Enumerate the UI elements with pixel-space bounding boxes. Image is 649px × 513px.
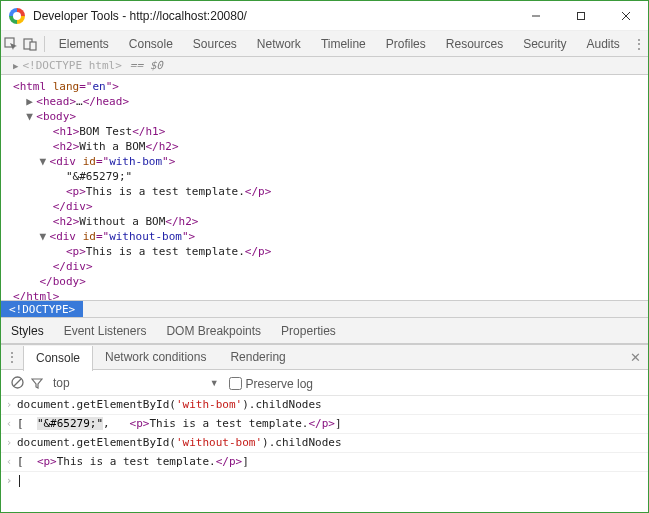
- subtab-styles[interactable]: Styles: [1, 318, 54, 343]
- tab-network[interactable]: Network: [247, 31, 311, 56]
- comma: ,: [103, 417, 130, 430]
- code-text: ).childNodes: [242, 398, 321, 411]
- more-icon[interactable]: ⋮: [630, 36, 648, 52]
- console-input[interactable]: [17, 473, 648, 489]
- node-path-bar: ▶ <!DOCTYPE html> == $0: [1, 57, 648, 75]
- preserve-log-label[interactable]: Preserve log: [229, 375, 313, 391]
- context-selector[interactable]: top: [53, 376, 70, 390]
- doctype-text: <!DOCTYPE html>: [22, 59, 121, 72]
- subtab-event-listeners[interactable]: Event Listeners: [54, 318, 157, 343]
- tab-sources[interactable]: Sources: [183, 31, 247, 56]
- devtools-toolbar: Elements Console Sources Network Timelin…: [1, 31, 648, 57]
- highlighted-text: "&#65279;": [37, 417, 103, 430]
- bracket: ]: [335, 417, 342, 430]
- panel-tabs: Elements Console Sources Network Timelin…: [49, 31, 630, 56]
- breadcrumb-strip: <!DOCTYPE>: [1, 300, 648, 318]
- input-marker-icon: ›: [1, 397, 17, 413]
- tab-audits[interactable]: Audits: [577, 31, 630, 56]
- bracket: [: [17, 455, 37, 468]
- code-text: document.getElementById(: [17, 398, 176, 411]
- drawer-header: ⋮ Console Network conditions Rendering ✕: [1, 344, 648, 370]
- bracket: ]: [242, 455, 249, 468]
- maximize-button[interactable]: [558, 1, 603, 30]
- sidebar-tabs: Styles Event Listeners DOM Breakpoints P…: [1, 318, 648, 344]
- dom-tree[interactable]: <html lang="en"> ▶<head>…</head> ▼<body>…: [1, 75, 648, 300]
- prompt-icon: ›: [1, 473, 17, 489]
- svg-line-8: [14, 379, 21, 386]
- svg-rect-6: [30, 42, 36, 50]
- result-tag: <p>: [37, 455, 57, 468]
- code-text: document.getElementById(: [17, 436, 176, 449]
- bracket: [: [17, 417, 37, 430]
- h2-text-2: Without a BOM: [79, 215, 165, 228]
- output-marker-icon: ‹: [1, 416, 17, 432]
- collapse-icon[interactable]: ▶: [13, 61, 18, 71]
- result-tag: </p>: [308, 417, 335, 430]
- clear-console-icon[interactable]: [7, 376, 27, 389]
- window-title: Developer Tools - http://localhost:20080…: [33, 9, 513, 23]
- minimize-button[interactable]: [513, 1, 558, 30]
- result-tag: </p>: [216, 455, 243, 468]
- subtab-dom-breakpoints[interactable]: DOM Breakpoints: [156, 318, 271, 343]
- tab-timeline[interactable]: Timeline: [311, 31, 376, 56]
- p-text: This is a test template.: [86, 185, 245, 198]
- code-string: 'without-bom': [176, 436, 262, 449]
- p-text-2: This is a test template.: [86, 245, 245, 258]
- output-marker-icon: ‹: [1, 454, 17, 470]
- tab-security[interactable]: Security: [513, 31, 576, 56]
- code-string: 'with-bom': [176, 398, 242, 411]
- bom-text-node: "&#65279;": [66, 170, 132, 183]
- tab-profiles[interactable]: Profiles: [376, 31, 436, 56]
- drawer-drag-icon[interactable]: ⋮: [1, 349, 23, 365]
- input-marker-icon: ›: [1, 435, 17, 451]
- separator: [44, 36, 45, 52]
- drawer-tab-rendering[interactable]: Rendering: [218, 345, 297, 369]
- breadcrumb-chip[interactable]: <!DOCTYPE>: [1, 301, 83, 317]
- close-button[interactable]: [603, 1, 648, 30]
- h2-text: With a BOM: [79, 140, 145, 153]
- chrome-icon: [9, 8, 25, 24]
- drawer-tab-network-conditions[interactable]: Network conditions: [93, 345, 218, 369]
- tab-elements[interactable]: Elements: [49, 31, 119, 56]
- filter-icon[interactable]: [27, 377, 47, 389]
- svg-rect-1: [577, 12, 584, 19]
- h1-text: BOM Test: [79, 125, 132, 138]
- drawer-close-icon[interactable]: ✕: [622, 350, 648, 365]
- subtab-properties[interactable]: Properties: [271, 318, 346, 343]
- console-toolbar: top ▼ Preserve log: [1, 370, 648, 396]
- tab-resources[interactable]: Resources: [436, 31, 513, 56]
- console-output[interactable]: › document.getElementById('with-bom').ch…: [1, 396, 648, 490]
- result-text: This is a test template.: [57, 455, 216, 468]
- window-controls: [513, 1, 648, 30]
- ellipsis: …: [76, 95, 83, 108]
- preserve-log-checkbox[interactable]: [229, 377, 242, 390]
- preserve-log-text: Preserve log: [246, 377, 313, 391]
- tab-console[interactable]: Console: [119, 31, 183, 56]
- result-text: This is a test template.: [149, 417, 308, 430]
- drawer-tab-console[interactable]: Console: [23, 346, 93, 371]
- code-text: ).childNodes: [262, 436, 341, 449]
- selected-indicator: == $0: [130, 59, 163, 72]
- window-titlebar: Developer Tools - http://localhost:20080…: [1, 1, 648, 31]
- inspect-icon[interactable]: [1, 31, 21, 56]
- device-icon[interactable]: [21, 31, 41, 56]
- dropdown-icon[interactable]: ▼: [210, 378, 219, 388]
- result-tag: <p>: [130, 417, 150, 430]
